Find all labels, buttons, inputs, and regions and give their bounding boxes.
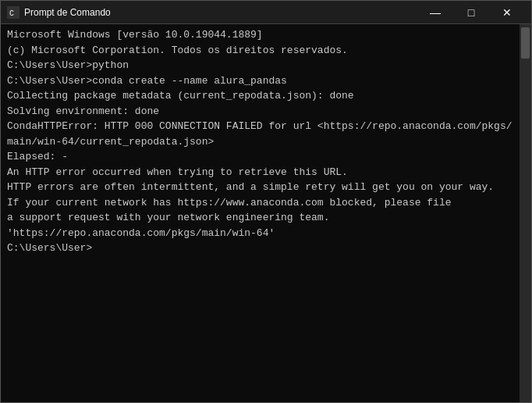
terminal-line: main/win-64/current_repodata.json>: [7, 134, 513, 150]
terminal-line: Elapsed: -: [7, 149, 513, 165]
cmd-window: C Prompt de Comando — □ ✕ Microsoft Wind…: [0, 0, 532, 403]
terminal-line: Microsoft Windows [versão 10.0.19044.188…: [7, 27, 513, 43]
scrollbar[interactable]: [520, 24, 531, 402]
terminal-line: An HTTP error occurred when trying to re…: [7, 165, 513, 180]
window-controls: — □ ✕: [417, 1, 525, 24]
window-icon: C: [7, 6, 20, 19]
terminal-line: CondaHTTPError: HTTP 000 CONNECTION FAIL…: [7, 119, 513, 134]
terminal-line: a support request with your network engi…: [7, 210, 513, 226]
terminal-line: Collecting package metadata (current_rep…: [7, 88, 513, 104]
terminal-wrapper: Microsoft Windows [versão 10.0.19044.188…: [1, 24, 531, 402]
terminal-line: C:\Users\User>: [7, 241, 513, 256]
terminal-line: If your current network has https://www.…: [7, 195, 513, 211]
title-bar: C Prompt de Comando — □ ✕: [1, 1, 531, 24]
scrollbar-thumb[interactable]: [521, 27, 530, 59]
terminal-line: (c) Microsoft Corporation. Todos os dire…: [7, 43, 513, 59]
terminal-line: Solving environment: done: [7, 104, 513, 119]
terminal-line: C:\Users\User>python: [7, 58, 513, 73]
terminal-content[interactable]: Microsoft Windows [versão 10.0.19044.188…: [1, 24, 520, 402]
terminal-line: C:\Users\User>conda create --name alura_…: [7, 73, 513, 89]
terminal-line: HTTP errors are often intermittent, and …: [7, 180, 513, 195]
close-button[interactable]: ✕: [489, 1, 525, 24]
svg-text:C: C: [9, 9, 14, 18]
terminal-line: 'https://repo.anaconda.com/pkgs/main/win…: [7, 226, 513, 241]
maximize-button[interactable]: □: [453, 1, 489, 24]
window-title: Prompt de Comando: [24, 7, 417, 18]
minimize-button[interactable]: —: [417, 1, 453, 24]
